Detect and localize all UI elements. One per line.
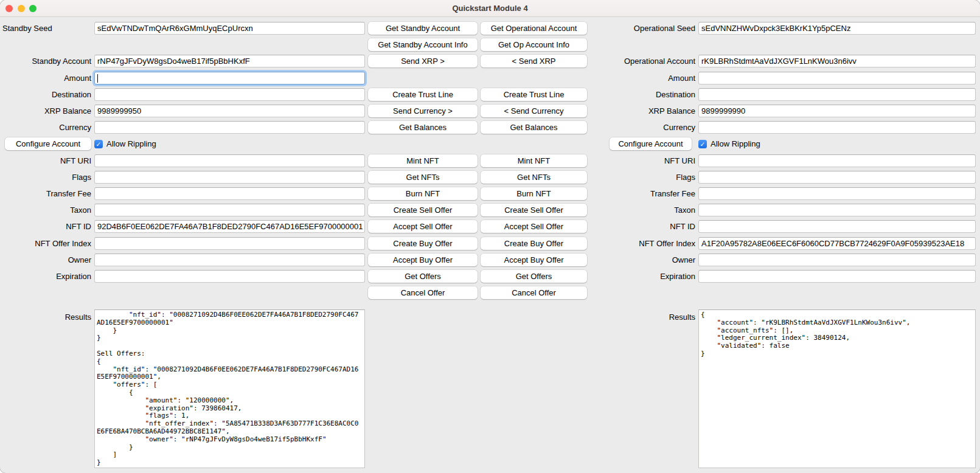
send-currency-to-standby-button[interactable]: < Send Currency: [481, 105, 587, 117]
get-nfts-standby-button[interactable]: Get NFTs: [368, 171, 478, 184]
titlebar[interactable]: Quickstart Module 4: [0, 0, 980, 17]
create-buy-offer-operational-button[interactable]: Create Buy Offer: [481, 237, 587, 250]
operational-nft-id-input[interactable]: [698, 220, 976, 233]
operational-results-text[interactable]: { "account": "rK9LBRhStdmtAaVdJXGVF1LnKW…: [698, 309, 976, 468]
standby-taxon-label: Taxon: [2, 204, 91, 216]
operational-currency-input[interactable]: [698, 121, 976, 134]
accept-buy-offer-standby-button[interactable]: Accept Buy Offer: [368, 254, 478, 266]
standby-currency-input[interactable]: [94, 121, 365, 134]
operational-xrp-balance-value: 9899999990: [701, 106, 745, 116]
standby-xrp-balance-value: 9989999950: [97, 106, 141, 116]
mint-nft-standby-button[interactable]: Mint NFT: [368, 154, 478, 167]
standby-nft-id-input[interactable]: 92D4B6F0EE062DE7FA46A7B1F8DED2790FC467AD…: [94, 220, 365, 233]
configure-operational-account-button[interactable]: Configure Account: [610, 137, 692, 150]
burn-nft-standby-button[interactable]: Burn NFT: [368, 187, 478, 200]
operational-allow-rippling-checkbox-group: ✓Allow Rippling: [698, 137, 760, 150]
standby-expiration-label: Expiration: [2, 270, 91, 283]
operational-seed-value: sEdVNNZHWvDxpck3EkBKrK1Yp5pCENz: [701, 24, 850, 33]
standby-nft-uri-label: NFT URI: [2, 154, 91, 167]
standby-nft-offer-index-label: NFT Offer Index: [2, 237, 91, 250]
configure-standby-account-button[interactable]: Configure Account: [5, 137, 91, 150]
standby-amount-input[interactable]: [94, 72, 365, 85]
get-nfts-operational-button[interactable]: Get NFTs: [481, 171, 587, 184]
create-buy-offer-standby-button[interactable]: Create Buy Offer: [368, 237, 478, 250]
standby-xrp-balance-input[interactable]: 9989999950: [94, 105, 365, 117]
standby-destination-label: Destination: [2, 88, 91, 101]
checkmark-icon: ✓: [700, 140, 706, 148]
app-window: Quickstart Module 4 Standby SeedsEdVwTND…: [0, 0, 980, 473]
get-standby-account-info-button[interactable]: Get Standby Account Info: [368, 38, 478, 51]
operational-expiration-input[interactable]: [698, 270, 976, 283]
get-op-account-info-button[interactable]: Get Op Account Info: [481, 38, 587, 51]
text-caret: [97, 74, 98, 83]
operational-destination-input[interactable]: [698, 88, 976, 101]
get-offers-operational-button[interactable]: Get Offers: [481, 270, 587, 283]
operational-account-input[interactable]: rK9LBRhStdmtAaVdJXGVF1LnKWou3n6ivv: [698, 55, 976, 67]
standby-seed-value: sEdVwTNDwTmQArR6xGMmUyqECpUrcxn: [97, 24, 253, 33]
operational-xrp-balance-input[interactable]: 9899999990: [698, 105, 976, 117]
standby-amount-label: Amount: [2, 72, 91, 85]
burn-nft-operational-button[interactable]: Burn NFT: [481, 187, 587, 200]
standby-transfer-fee-label: Transfer Fee: [2, 187, 91, 200]
standby-results-label: Results: [2, 311, 91, 323]
operational-flags-input[interactable]: [698, 171, 976, 184]
window-title: Quickstart Module 4: [0, 0, 980, 17]
create-sell-offer-operational-button[interactable]: Create Sell Offer: [481, 204, 587, 216]
standby-nft-id-label: NFT ID: [2, 220, 91, 233]
create-sell-offer-standby-button[interactable]: Create Sell Offer: [368, 204, 478, 216]
operational-seed-input[interactable]: sEdVNNZHWvDxpck3EkBKrK1Yp5pCENz: [698, 22, 976, 35]
operational-allow-rippling-checkbox[interactable]: ✓: [698, 140, 707, 148]
checkmark-icon: ✓: [96, 140, 102, 148]
standby-xrp-balance-label: XRP Balance: [2, 105, 91, 117]
operational-amount-input[interactable]: [698, 72, 976, 85]
send-currency-to-operational-button[interactable]: Send Currency >: [368, 105, 478, 117]
operational-owner-input[interactable]: [698, 254, 976, 266]
standby-expiration-input[interactable]: [94, 270, 365, 283]
operational-nft-uri-input[interactable]: [698, 154, 976, 167]
standby-account-label: Standby Account: [2, 55, 91, 67]
standby-allow-rippling-checkbox-label: Allow Rippling: [106, 139, 156, 148]
standby-account-value: rNP47gJFvDyW8gsDo4weB17if5pBbHKxfF: [97, 57, 250, 66]
standby-destination-input[interactable]: [94, 88, 365, 101]
standby-results-text[interactable]: "nft_id": "0008271092D4B6F0EE062DE7FA46A…: [94, 309, 365, 468]
standby-taxon-input[interactable]: [94, 204, 365, 216]
get-balances-standby-button[interactable]: Get Balances: [368, 121, 478, 134]
standby-seed-label: Standby Seed: [2, 22, 91, 35]
operational-results-label: Results: [547, 311, 695, 323]
operational-amount-label: Amount: [547, 72, 695, 85]
operational-nft-offer-index-value: A1F20A95782A8E06EEC6F6060CD77BCB7724629F…: [701, 239, 964, 248]
standby-allow-rippling-checkbox-group: ✓Allow Rippling: [94, 137, 156, 150]
accept-sell-offer-standby-button[interactable]: Accept Sell Offer: [368, 220, 478, 233]
accept-buy-offer-operational-button[interactable]: Accept Buy Offer: [481, 254, 587, 266]
create-trust-line-standby-button[interactable]: Create Trust Line: [368, 88, 478, 101]
get-offers-standby-button[interactable]: Get Offers: [368, 270, 478, 283]
operational-taxon-input[interactable]: [698, 204, 976, 216]
operational-allow-rippling-checkbox-label: Allow Rippling: [711, 139, 760, 148]
standby-nft-offer-index-input[interactable]: [94, 237, 365, 250]
operational-transfer-fee-input[interactable]: [698, 187, 976, 200]
standby-currency-label: Currency: [2, 121, 91, 134]
standby-transfer-fee-input[interactable]: [94, 187, 365, 200]
send-xrp-to-operational-button[interactable]: Send XRP >: [368, 55, 478, 67]
get-operational-account-button[interactable]: Get Operational Account: [481, 22, 587, 35]
mint-nft-operational-button[interactable]: Mint NFT: [481, 154, 587, 167]
standby-nft-uri-input[interactable]: [94, 154, 365, 167]
standby-flags-input[interactable]: [94, 171, 365, 184]
standby-flags-label: Flags: [2, 171, 91, 184]
create-trust-line-operational-button[interactable]: Create Trust Line: [481, 88, 587, 101]
standby-nft-id-value: 92D4B6F0EE062DE7FA46A7B1F8DED2790FC467AD…: [97, 222, 363, 231]
operational-nft-offer-index-input[interactable]: A1F20A95782A8E06EEC6F6060CD77BCB7724629F…: [698, 237, 976, 250]
cancel-offer-standby-button[interactable]: Cancel Offer: [368, 286, 478, 299]
send-xrp-to-standby-button[interactable]: < Send XRP: [481, 55, 587, 67]
standby-account-input[interactable]: rNP47gJFvDyW8gsDo4weB17if5pBbHKxfF: [94, 55, 365, 67]
standby-owner-label: Owner: [2, 254, 91, 266]
operational-account-value: rK9LBRhStdmtAaVdJXGVF1LnKWou3n6ivv: [701, 57, 857, 66]
standby-owner-input[interactable]: [94, 254, 365, 266]
cancel-offer-operational-button[interactable]: Cancel Offer: [481, 286, 587, 299]
standby-allow-rippling-checkbox[interactable]: ✓: [94, 140, 103, 148]
get-standby-account-button[interactable]: Get Standby Account: [368, 22, 478, 35]
accept-sell-offer-operational-button[interactable]: Accept Sell Offer: [481, 220, 587, 233]
standby-seed-input[interactable]: sEdVwTNDwTmQArR6xGMmUyqECpUrcxn: [94, 22, 365, 35]
get-balances-operational-button[interactable]: Get Balances: [481, 121, 587, 134]
